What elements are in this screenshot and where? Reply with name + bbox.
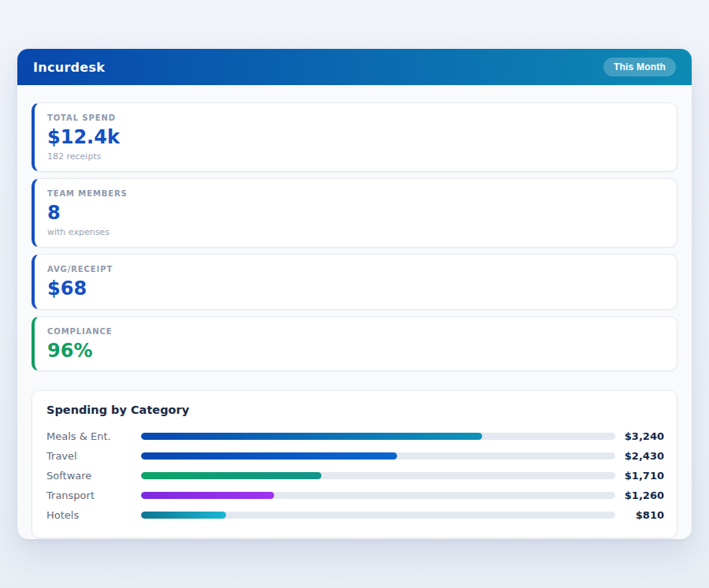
app-header: Incurdesk This Month bbox=[17, 49, 692, 85]
category-label: Hotels bbox=[46, 509, 141, 521]
bar-software bbox=[141, 472, 321, 479]
stat-card-total-spend: TOTAL SPEND $12.4k 182 receipts bbox=[32, 102, 677, 172]
stat-label: TOTAL SPEND bbox=[47, 114, 664, 122]
stat-label: AVG/RECEIPT bbox=[47, 265, 664, 274]
bar-hotels bbox=[141, 512, 226, 519]
spending-by-category-chart: Spending by Category Meals & Ent. $3,240… bbox=[32, 390, 677, 538]
category-value: $1,710 bbox=[615, 470, 664, 482]
stat-value: $12.4k bbox=[47, 128, 664, 147]
bar-track bbox=[141, 512, 615, 519]
stat-value: 8 bbox=[47, 203, 664, 223]
chart-row-hotels: Hotels $810 bbox=[46, 505, 664, 525]
category-value: $2,430 bbox=[615, 450, 664, 462]
category-value: $3,240 bbox=[615, 430, 664, 442]
category-label: Travel bbox=[46, 450, 141, 462]
bar-track bbox=[141, 492, 615, 499]
bar-track bbox=[141, 433, 615, 440]
stat-label: COMPLIANCE bbox=[47, 327, 664, 336]
category-label: Transport bbox=[46, 489, 141, 501]
bar-transport bbox=[141, 492, 274, 499]
stat-card-compliance: COMPLIANCE 96% bbox=[32, 316, 677, 371]
bar-track bbox=[141, 452, 615, 460]
category-label: Meals & Ent. bbox=[46, 430, 141, 442]
stat-value: 96% bbox=[47, 341, 664, 361]
chart-title: Spending by Category bbox=[46, 404, 664, 416]
period-badge[interactable]: This Month bbox=[603, 58, 676, 76]
app-title: Incurdesk bbox=[33, 60, 105, 75]
chart-row-transport: Transport $1,260 bbox=[46, 486, 664, 505]
stat-subtext: 182 receipts bbox=[47, 151, 664, 162]
bar-track bbox=[141, 472, 615, 479]
bar-meals bbox=[141, 433, 482, 440]
app-body: TOTAL SPEND $12.4k 182 receipts TEAM MEM… bbox=[17, 85, 692, 538]
stat-subtext: with expenses bbox=[47, 227, 664, 237]
category-value: $810 bbox=[615, 509, 664, 521]
stat-value: $68 bbox=[47, 279, 664, 299]
chart-row-travel: Travel $2,430 bbox=[46, 446, 664, 466]
dashboard-card: Incurdesk This Month TOTAL SPEND $12.4k … bbox=[17, 49, 692, 539]
category-label: Software bbox=[46, 470, 141, 482]
bar-travel bbox=[141, 452, 397, 460]
chart-row-meals: Meals & Ent. $3,240 bbox=[46, 426, 664, 446]
stat-card-team-members: TEAM MEMBERS 8 with expenses bbox=[32, 178, 677, 247]
stat-card-avg-receipt: AVG/RECEIPT $68 bbox=[32, 254, 677, 309]
stat-label: TEAM MEMBERS bbox=[47, 189, 664, 198]
chart-row-software: Software $1,710 bbox=[46, 466, 664, 486]
category-value: $1,260 bbox=[615, 489, 664, 501]
